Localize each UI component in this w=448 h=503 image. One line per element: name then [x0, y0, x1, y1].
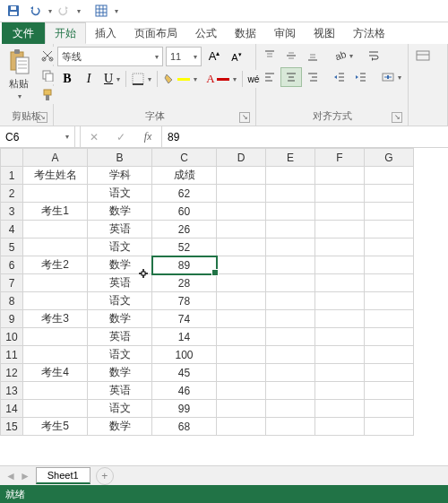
- cell[interactable]: [365, 328, 414, 346]
- cell[interactable]: [23, 221, 88, 238]
- cell[interactable]: [217, 418, 266, 436]
- sheet-tab[interactable]: Sheet1: [36, 467, 90, 484]
- table-quick-icon[interactable]: [91, 2, 111, 20]
- increase-indent-icon[interactable]: [351, 68, 371, 86]
- cell[interactable]: [315, 328, 365, 346]
- cell[interactable]: 14: [152, 328, 217, 346]
- cell[interactable]: [315, 364, 365, 382]
- align-launcher-icon[interactable]: ↘: [392, 112, 402, 123]
- cell[interactable]: 60: [152, 203, 217, 221]
- cell[interactable]: 45: [152, 364, 217, 382]
- column-header[interactable]: F: [315, 149, 365, 167]
- cell[interactable]: 语文: [88, 400, 152, 418]
- cell[interactable]: 99: [152, 400, 217, 418]
- row-header[interactable]: 14: [1, 400, 23, 418]
- cell[interactable]: [315, 274, 365, 292]
- cell[interactable]: [365, 185, 414, 203]
- increase-font-icon[interactable]: A▴: [204, 48, 224, 65]
- align-left-icon[interactable]: [260, 68, 280, 86]
- cell[interactable]: [217, 328, 266, 346]
- cell[interactable]: 68: [152, 418, 217, 436]
- cell[interactable]: [315, 256, 365, 274]
- decrease-indent-icon[interactable]: [330, 68, 349, 86]
- cell[interactable]: [266, 274, 315, 292]
- row-header[interactable]: 12: [1, 364, 23, 382]
- cell[interactable]: [217, 221, 266, 238]
- align-center-icon[interactable]: [281, 68, 301, 86]
- row-header[interactable]: 13: [1, 382, 23, 400]
- cell[interactable]: 英语: [88, 274, 152, 292]
- column-header[interactable]: E: [266, 149, 315, 167]
- font-launcher-icon[interactable]: ↘: [239, 112, 250, 123]
- cell[interactable]: [217, 256, 266, 274]
- cell[interactable]: [266, 382, 315, 400]
- cell[interactable]: [365, 292, 414, 310]
- row-header[interactable]: 9: [1, 310, 23, 328]
- cell[interactable]: [365, 221, 414, 238]
- cell[interactable]: [365, 238, 414, 256]
- align-right-icon[interactable]: [303, 68, 323, 86]
- worksheet-grid[interactable]: ABCDEFG1考生姓名学科成绩2语文623考生1数学604英语265语文526…: [0, 148, 448, 465]
- cell[interactable]: [266, 310, 315, 328]
- cell[interactable]: [365, 400, 414, 418]
- cell[interactable]: [266, 400, 315, 418]
- cell[interactable]: 89: [152, 256, 217, 274]
- cell[interactable]: [365, 310, 414, 328]
- column-header[interactable]: A: [23, 149, 88, 167]
- border-button[interactable]: ▾: [128, 70, 155, 88]
- cell[interactable]: [23, 328, 88, 346]
- sheet-nav-prev-icon[interactable]: ◄: [5, 470, 16, 482]
- cell[interactable]: [315, 221, 365, 238]
- cell[interactable]: [23, 382, 88, 400]
- undo-icon[interactable]: [25, 2, 45, 20]
- wrap-text-icon[interactable]: [364, 47, 383, 65]
- bold-button[interactable]: B: [57, 70, 77, 88]
- cell[interactable]: 数学: [88, 364, 152, 382]
- cell[interactable]: [315, 346, 365, 364]
- cell[interactable]: [23, 400, 88, 418]
- font-size-select[interactable]: 11▾: [166, 47, 202, 66]
- cell[interactable]: 52: [152, 238, 217, 256]
- cell[interactable]: 考生2: [23, 256, 88, 274]
- cell[interactable]: 考生1: [23, 203, 88, 221]
- cell[interactable]: [217, 292, 266, 310]
- cell[interactable]: [217, 274, 266, 292]
- column-header[interactable]: C: [152, 149, 217, 167]
- paste-button[interactable]: 粘贴 ▾: [4, 47, 34, 102]
- paste-dropdown-icon[interactable]: ▾: [18, 92, 22, 100]
- redo-dropdown-icon[interactable]: ▾: [77, 7, 81, 15]
- cell[interactable]: [315, 238, 365, 256]
- cell[interactable]: [365, 382, 414, 400]
- cell[interactable]: [365, 203, 414, 221]
- cell[interactable]: [266, 221, 315, 238]
- cell[interactable]: 62: [152, 185, 217, 203]
- cell[interactable]: [266, 185, 315, 203]
- cell[interactable]: [23, 346, 88, 364]
- cell[interactable]: 英语: [88, 328, 152, 346]
- cell[interactable]: [365, 274, 414, 292]
- row-header[interactable]: 2: [1, 185, 23, 203]
- cell[interactable]: 26: [152, 221, 217, 238]
- cell[interactable]: [217, 346, 266, 364]
- italic-button[interactable]: I: [79, 70, 99, 88]
- cell[interactable]: [315, 292, 365, 310]
- clipboard-launcher-icon[interactable]: ↘: [37, 112, 47, 123]
- font-color-button[interactable]: A▾: [202, 70, 239, 88]
- cell[interactable]: [315, 167, 365, 185]
- cell[interactable]: [23, 238, 88, 256]
- cell[interactable]: [365, 346, 414, 364]
- row-header[interactable]: 15: [1, 418, 23, 436]
- align-top-icon[interactable]: [260, 47, 280, 65]
- cell[interactable]: [315, 203, 365, 221]
- cell[interactable]: 74: [152, 310, 217, 328]
- file-tab[interactable]: 文件: [2, 22, 45, 44]
- cell[interactable]: [365, 418, 414, 436]
- enter-formula-icon[interactable]: ✓: [108, 126, 134, 147]
- extra-button[interactable]: [412, 47, 434, 65]
- cell[interactable]: [315, 310, 365, 328]
- select-all-corner[interactable]: [1, 149, 23, 167]
- cell[interactable]: 考生5: [23, 418, 88, 436]
- row-header[interactable]: 1: [1, 167, 23, 185]
- cell[interactable]: 考生姓名: [23, 167, 88, 185]
- redo-icon[interactable]: [54, 2, 73, 20]
